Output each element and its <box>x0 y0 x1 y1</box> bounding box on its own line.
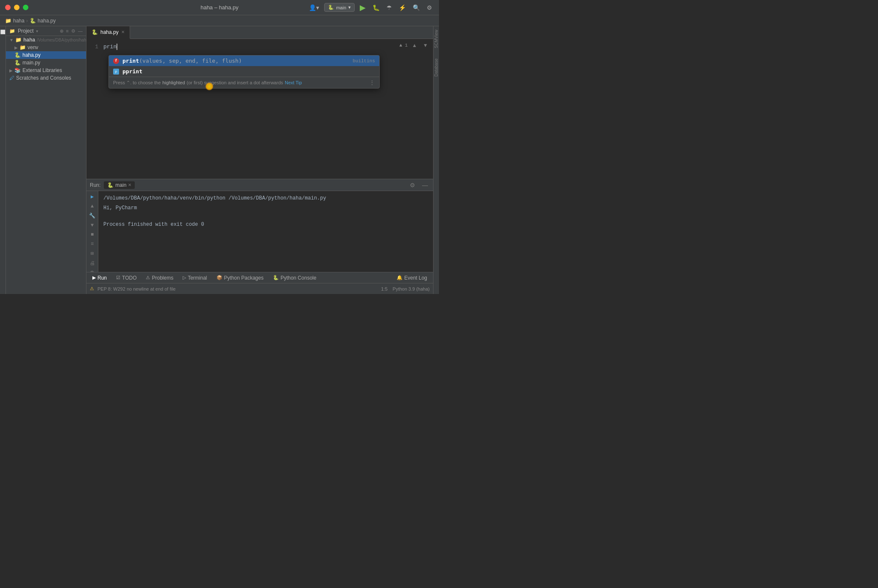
vcs-icon[interactable]: 👤▾ <box>307 3 321 12</box>
settings-button[interactable]: ⚙ <box>425 3 434 12</box>
hint-highlighted: highlighted <box>162 80 185 85</box>
btab-run[interactable]: ▶ Run <box>88 274 111 282</box>
stop-icon[interactable]: ■ <box>88 231 97 239</box>
debug-button[interactable]: 🐛 <box>371 3 381 12</box>
folder-icon: 📁 <box>19 44 26 50</box>
tab-label: haha.py <box>100 29 119 35</box>
next-tip-link[interactable]: Next Tip <box>285 80 302 85</box>
run-settings-btn[interactable]: ⚙ <box>408 181 417 189</box>
profile-button[interactable]: ⚡ <box>397 3 408 12</box>
search-button[interactable]: 🔍 <box>411 3 422 12</box>
hint-text2: (or first) suggestion and insert a dot a… <box>187 80 283 85</box>
close-button[interactable] <box>5 5 11 10</box>
grid-icon[interactable]: ⊞ <box>88 250 97 258</box>
code-line-1: prin <box>103 42 117 52</box>
gear-icon[interactable]: ⚙ <box>71 28 75 34</box>
terminal-icon: ▷ <box>183 275 186 280</box>
run-label: Run: <box>90 182 100 188</box>
app-window: haha – haha.py 👤▾ 🐍 main ▾ ▶ 🐛 ☂ ⚡ 🔍 ⚙ 📁… <box>0 0 439 294</box>
prev-match-button[interactable]: ▲ <box>410 42 419 49</box>
run-button[interactable]: ▶ <box>358 2 367 13</box>
terminal-exit: Process finished with exit code 0 <box>103 221 428 229</box>
python-version[interactable]: Python 3.9 (haha) <box>393 286 430 291</box>
code-editor[interactable]: ▲ 1 ▲ ▼ 1 prin <box>86 39 433 179</box>
scmview-tab[interactable]: SCMView <box>434 30 439 48</box>
breadcrumb-file-icon: 🐍 <box>30 18 36 24</box>
left-strip: ⬜ <box>0 26 6 294</box>
more-options-icon[interactable]: ⋮ <box>369 79 375 86</box>
run-play-icon[interactable]: ▶ <box>88 193 97 201</box>
chevron-right-icon: ▶ <box>9 68 13 73</box>
cursor-position[interactable]: 1:5 <box>381 286 387 291</box>
btab-python-packages[interactable]: 📦 Python Packages <box>212 274 268 282</box>
editor-section: 🐍 haha.py ✕ ▲ 1 ▲ ▼ 1 <box>86 26 433 179</box>
warning-icon: ⚠ <box>90 286 94 291</box>
print-icon[interactable]: 🖨 <box>88 259 97 267</box>
maximize-button[interactable] <box>23 5 28 10</box>
run-tab-close[interactable]: ✕ <box>128 183 131 187</box>
autocomplete-item-pprint[interactable]: p pprint <box>109 66 379 77</box>
ac-text-pprint: pprint <box>122 68 375 75</box>
editor-toolbar: ▲ 1 ▲ ▼ <box>399 42 430 49</box>
project-label[interactable]: Project <box>18 28 33 34</box>
chevron-down-icon: ▼ <box>9 38 14 42</box>
list-icon[interactable]: ≡ <box>88 240 97 248</box>
file-tree-panel: 📁 Project ▾ ⊕ ≡ ⚙ — ▼ 📁 haha /Volumes/DB… <box>6 26 86 294</box>
ac-badge-builtins: builtins <box>353 58 375 64</box>
breadcrumb-project[interactable]: haha <box>13 18 25 24</box>
autocomplete-item-print[interactable]: f print(values, sep, end, file, flush) b… <box>109 55 379 66</box>
breadcrumb-file[interactable]: haha.py <box>38 18 56 24</box>
next-match-button[interactable]: ▼ <box>421 42 430 49</box>
terminal-command: /Volumes/DBA/python/haha/venv/bin/python… <box>103 194 428 202</box>
match-counter: ▲ 1 <box>399 43 408 48</box>
file-label: haha.py <box>22 52 41 58</box>
tree-item-venv[interactable]: ▶ 📁 venv <box>6 44 86 51</box>
btab-problems[interactable]: ⚠ Problems <box>142 274 178 282</box>
scroll-down-icon[interactable]: ▼ <box>88 222 97 229</box>
right-strip: SCMView Database <box>433 26 439 294</box>
collapse-icon[interactable]: ⊕ <box>60 28 64 34</box>
text-cursor <box>117 44 117 50</box>
run-tab-icon: 🐍 <box>107 182 114 188</box>
tab-close-button[interactable]: ✕ <box>121 30 125 34</box>
btab-python-console[interactable]: 🐍 Python Console <box>269 274 321 282</box>
chevron-right-icon: ▶ <box>14 45 18 50</box>
tab-haha-py[interactable]: 🐍 haha.py ✕ <box>86 26 130 39</box>
tree-root-item[interactable]: ▼ 📁 haha /Volumes/DBA/python/haha <box>6 36 86 44</box>
trash-icon[interactable]: 🗑 <box>88 269 97 272</box>
wrench-icon[interactable]: 🔧 <box>88 212 97 220</box>
line-numbers: 1 <box>86 42 103 52</box>
tree-item-external-libs[interactable]: ▶ 📚 External Libraries <box>6 67 86 74</box>
settings-icon[interactable]: ≡ <box>66 28 69 34</box>
coverage-button[interactable]: ☂ <box>385 3 394 12</box>
btab-terminal[interactable]: ▷ Terminal <box>178 274 211 282</box>
scratches-icon: 🖊 <box>9 75 14 81</box>
btab-todo-label: TODO <box>122 275 136 281</box>
minimize-button[interactable] <box>14 5 19 10</box>
tree-header: 📁 Project ▾ ⊕ ≡ ⚙ — <box>6 26 86 36</box>
autocomplete-hint: Press ⌃. to choose the highlighted (or f… <box>109 77 379 88</box>
run-header-right: ⚙ — <box>408 181 430 189</box>
database-tab[interactable]: Database <box>434 58 439 77</box>
run-config-selector[interactable]: 🐍 main ▾ <box>324 3 355 12</box>
btab-event-log[interactable]: 🔔 Event Log <box>392 274 431 282</box>
scroll-up-icon[interactable]: ▲ <box>88 202 97 210</box>
project-icon[interactable]: ⬜ <box>0 30 6 35</box>
tree-item-main-py[interactable]: 🐍 main.py <box>6 59 86 67</box>
tree-item-haha-py[interactable]: 🐍 haha.py <box>6 51 86 59</box>
close-icon[interactable]: — <box>78 28 83 34</box>
run-tab[interactable]: 🐍 main ✕ <box>104 181 135 189</box>
py-icon: 🐍 <box>14 60 21 66</box>
folder-icon: 📁 <box>15 37 22 43</box>
lib-icon: 📚 <box>14 67 21 73</box>
root-folder-path: /Volumes/DBA/python/haha <box>37 38 86 42</box>
run-minimize-btn[interactable]: — <box>420 181 430 189</box>
line-number-1: 1 <box>86 42 98 52</box>
run-panel-header: Run: 🐍 main ✕ ⚙ — <box>86 179 433 191</box>
packages-icon: 📦 <box>217 275 222 280</box>
tree-item-scratches[interactable]: 🖊 Scratches and Consoles <box>6 74 86 82</box>
external-libs-label: External Libraries <box>22 67 62 73</box>
btab-console-label: Python Console <box>281 275 317 281</box>
btab-todo[interactable]: ☑ TODO <box>112 274 141 282</box>
traffic-lights <box>5 5 28 10</box>
